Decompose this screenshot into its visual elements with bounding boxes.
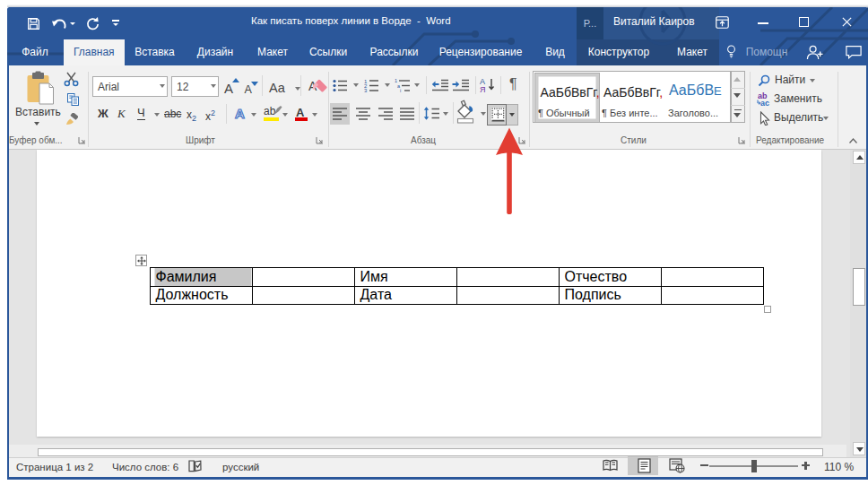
svg-text:Я: Я — [480, 85, 486, 93]
svg-text:i: i — [400, 88, 401, 92]
svg-text:ac: ac — [760, 99, 769, 107]
svg-text:3: 3 — [364, 88, 368, 92]
